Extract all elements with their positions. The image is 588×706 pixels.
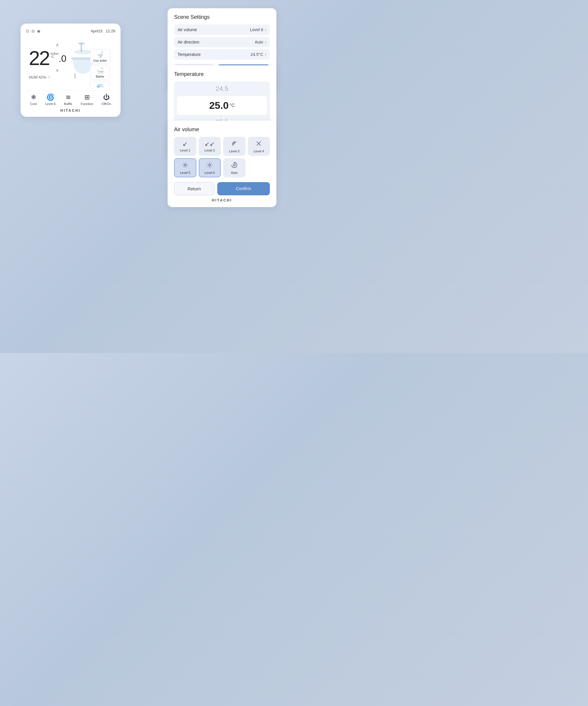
device-time: 12:26 [106, 29, 115, 33]
off-on-label: Off/On [101, 102, 111, 106]
use-toilet-icon: 🚽 [96, 51, 104, 58]
air-volume-confirm-button[interactable]: Confirm [217, 182, 270, 195]
level6-icon: 🌀 [46, 93, 54, 101]
bathe-icon: 🛁 [96, 67, 104, 74]
volume-level3[interactable]: Level 3 [223, 137, 246, 156]
volume-level1-icon: ↙ [182, 140, 187, 147]
air-volume-row[interactable]: Air volume Level 6 › [174, 25, 270, 35]
humidity-icon: ◇ [47, 75, 50, 79]
temp-unit-active: °C [229, 103, 235, 108]
quick-actions: 🚽 Use toilet 🛁 Bathe 💨 Ventilate [90, 49, 110, 87]
air-volume-buttons: Return Confirm [174, 182, 270, 195]
volume-level3-icon [231, 140, 238, 148]
air-direction-label: Air direction [177, 40, 199, 44]
volume-level4-icon [255, 140, 262, 148]
temperature-setting-value: 24.5°C [251, 52, 263, 57]
volume-grid-row1: ↙ Level 1 ↙↙ Level 2 Level 3 Level 4 [174, 137, 270, 156]
temperature-chevron: › [265, 52, 266, 57]
air-volume-value-group: Level 6 › [250, 27, 266, 32]
temperature-panel-title: Temperature [174, 71, 270, 77]
quick-action-use-toilet[interactable]: 🚽 Use toilet [90, 49, 110, 64]
device-header: ⊡ ⊟ ◉ April15 12:26 [26, 29, 115, 33]
air-direction-value: Auto [255, 40, 263, 44]
volume-level6-label: Level 6 [205, 171, 215, 174]
ctrl-cool[interactable]: ❄ Cool [30, 93, 37, 106]
volume-level3-label: Level 3 [229, 149, 239, 153]
ctrl-off-on[interactable]: ⏻ Off/On [101, 93, 111, 106]
cool-label: Cool [30, 102, 37, 106]
icon-2: ⊟ [32, 29, 35, 33]
air-volume-panel: Air volume ↙ Level 1 ↙↙ Level 2 Level 3 … [168, 121, 276, 207]
volume-level6-icon [206, 162, 213, 170]
baffle-icon: ≋ [66, 93, 71, 101]
air-volume-brand: HITACHI [174, 198, 270, 202]
svg-point-0 [74, 50, 92, 54]
device-main: ∧ 22 Indoo°C .0 ∨ HUM 42% ◇ [26, 34, 115, 87]
temp-row-1[interactable]: 25.0 °C [177, 96, 267, 115]
volume-level1[interactable]: ↙ Level 1 [174, 137, 196, 156]
device-brand: HITACHI [26, 109, 115, 113]
volume-grid-row2: Level 5 Level 6 Auto [174, 158, 270, 178]
volume-level2-icon: ↙↙ [205, 140, 215, 147]
temperature-row[interactable]: Temperature 24.5°C › [174, 49, 270, 60]
air-direction-value-group: Auto › [255, 40, 266, 44]
use-toilet-label: Use toilet [93, 59, 107, 63]
icon-1: ⊡ [26, 29, 29, 33]
device-datetime: April15 12:26 [91, 29, 115, 33]
temp-value-active: 25.0 [209, 100, 228, 111]
air-volume-panel-title: Air volume [174, 126, 270, 133]
device-icon-group: ⊡ ⊟ ◉ [26, 29, 40, 33]
ctrl-level6[interactable]: 🌀 Level 6 [45, 93, 55, 106]
bathe-label: Bathe [96, 75, 104, 78]
temp-value-inactive-top: 24.5 [216, 85, 228, 93]
temp-decimal: .0 [58, 54, 67, 63]
air-direction-chevron: › [265, 40, 266, 44]
volume-level2-label: Level 2 [205, 149, 215, 152]
icon-3: ◉ [37, 29, 40, 33]
scene-settings-title: Scene Settings [174, 14, 270, 20]
device-controls: ❄ Cool 🌀 Level 6 ≋ Baffle ⊞ Function ⏻ O… [26, 90, 115, 106]
volume-level5[interactable]: Level 5 [174, 158, 196, 178]
air-volume-label: Air volume [177, 27, 197, 32]
svg-point-7 [209, 164, 210, 166]
svg-rect-3 [79, 43, 84, 44]
svg-point-8 [234, 164, 235, 166]
cool-icon: ❄ [31, 93, 36, 101]
baffle-label: Baffle [64, 102, 72, 106]
volume-level1-label: Level 1 [180, 149, 190, 152]
device-date: April15 [91, 29, 102, 33]
temp-label: Indoo°C [50, 52, 59, 58]
temperature-setting-label: Temperature [177, 52, 201, 57]
level6-label: Level 6 [45, 102, 55, 106]
ctrl-baffle[interactable]: ≋ Baffle [64, 93, 72, 106]
ventilate-icon: 💨 [96, 83, 104, 87]
air-volume-return-button[interactable]: Return [174, 182, 214, 195]
volume-level4[interactable]: Level 4 [248, 137, 270, 156]
volume-auto-icon [231, 162, 238, 170]
air-direction-row[interactable]: Air direction Auto › [174, 37, 270, 47]
temp-integer: 22 [29, 48, 49, 68]
quick-action-bathe[interactable]: 🛁 Bathe [90, 65, 110, 80]
temperature-value-group: 24.5°C › [251, 52, 266, 57]
device-card: ⊡ ⊟ ◉ April15 12:26 ∧ 22 Indoo°C .0 ∨ HU… [20, 24, 121, 117]
function-icon: ⊞ [84, 93, 90, 101]
volume-auto[interactable]: Auto [223, 158, 246, 178]
humidity-value: HUM 42% [29, 75, 46, 79]
quick-action-ventilate[interactable]: 💨 Ventilate [90, 81, 110, 87]
volume-level5-icon [182, 162, 188, 170]
ctrl-function[interactable]: ⊞ Function [81, 93, 93, 106]
svg-rect-2 [81, 43, 82, 52]
volume-level2[interactable]: ↙↙ Level 2 [199, 137, 221, 156]
volume-level6[interactable]: Level 6 [199, 158, 221, 178]
air-volume-value: Level 6 [250, 27, 263, 32]
volume-level4-label: Level 4 [254, 149, 264, 153]
function-label: Function [81, 102, 93, 106]
volume-auto-label: Auto [231, 171, 238, 174]
svg-rect-4 [74, 73, 76, 79]
air-volume-chevron: › [265, 27, 266, 32]
power-icon: ⏻ [103, 93, 110, 101]
temp-row-0[interactable]: 24.5 [174, 81, 270, 96]
svg-point-6 [184, 164, 186, 166]
volume-level5-label: Level 5 [180, 171, 190, 174]
